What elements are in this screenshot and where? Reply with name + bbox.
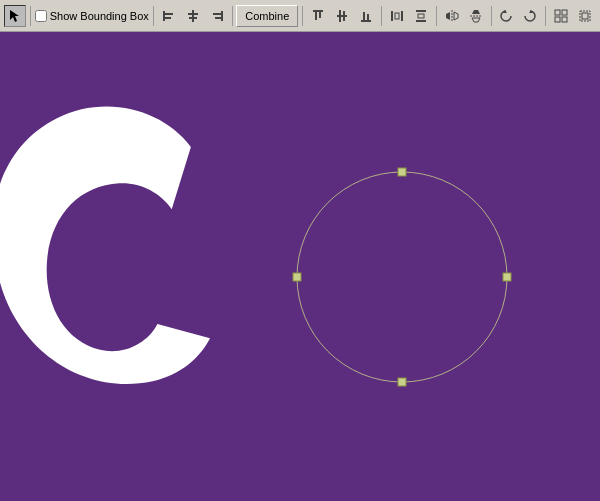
group-icon [554,9,568,23]
svg-rect-11 [315,12,317,20]
align-center-icon [186,9,200,23]
svg-rect-5 [188,13,198,15]
flip-h-icon [445,9,459,23]
align-right-icon [210,9,224,23]
circle-svg [292,167,512,387]
ungroup-icon [578,9,592,23]
toolbar: Show Bounding Box Combine [0,0,600,32]
align-bottom-icon [359,9,373,23]
svg-rect-22 [416,10,426,12]
svg-rect-1 [163,11,165,21]
group-button[interactable] [550,5,572,27]
circle-selection [292,167,512,387]
rotate-ccw-icon [499,9,513,23]
svg-rect-7 [221,11,223,21]
svg-rect-35 [555,17,560,22]
svg-rect-4 [192,10,194,22]
svg-rect-38 [582,13,588,19]
svg-rect-9 [215,17,221,19]
distribute-v-icon [414,9,428,23]
svg-rect-10 [313,10,323,12]
align-middle-button[interactable] [331,5,353,27]
svg-rect-13 [337,15,347,17]
handle-bottom[interactable] [398,378,406,386]
svg-rect-15 [343,11,345,21]
align-left-icon [162,9,176,23]
svg-marker-29 [472,10,480,14]
ungroup-button[interactable] [574,5,596,27]
align-center-h-button[interactable] [182,5,204,27]
svg-rect-3 [165,17,171,19]
svg-marker-30 [472,18,480,22]
separator-5 [381,6,382,26]
separator-6 [436,6,437,26]
show-bounding-box-label[interactable]: Show Bounding Box [35,10,149,22]
letter-c-shape [0,82,210,432]
show-bounding-box-checkbox[interactable] [35,10,47,22]
distribute-h-button[interactable] [386,5,408,27]
select-arrow-icon [8,9,22,23]
svg-rect-34 [562,10,567,15]
distribute-v-button[interactable] [410,5,432,27]
svg-marker-0 [10,10,19,22]
svg-rect-20 [401,11,403,21]
show-bounding-box-text: Show Bounding Box [50,10,149,22]
align-right-button[interactable] [206,5,228,27]
canvas [0,32,600,501]
svg-rect-33 [555,10,560,15]
separator-7 [491,6,492,26]
separator-4 [302,6,303,26]
separator-2 [153,6,154,26]
svg-marker-26 [446,12,450,20]
handle-top[interactable] [398,168,406,176]
combine-button[interactable]: Combine [236,5,298,27]
rotate-cw-icon [523,9,537,23]
svg-rect-18 [367,14,369,20]
handle-left[interactable] [293,273,301,281]
svg-rect-24 [418,14,424,18]
select-tool-button[interactable] [4,5,26,27]
svg-rect-23 [416,20,426,22]
rotate-cw-button[interactable] [519,5,541,27]
flip-h-button[interactable] [441,5,463,27]
circle-path [297,172,507,382]
separator-3 [232,6,233,26]
align-bottom-button[interactable] [355,5,377,27]
svg-rect-12 [319,12,321,18]
svg-rect-14 [339,10,341,22]
svg-rect-8 [213,13,221,15]
svg-rect-16 [361,20,371,22]
svg-rect-6 [189,17,197,19]
separator-8 [545,6,546,26]
align-middle-icon [335,9,349,23]
svg-marker-27 [454,12,458,20]
align-top-button[interactable] [307,5,329,27]
handle-right[interactable] [503,273,511,281]
svg-rect-21 [395,13,399,19]
align-top-icon [311,9,325,23]
svg-rect-17 [363,12,365,20]
rotate-ccw-button[interactable] [495,5,517,27]
svg-rect-2 [165,13,173,15]
flip-v-button[interactable] [465,5,487,27]
align-left-button[interactable] [158,5,180,27]
svg-rect-19 [391,11,393,21]
distribute-h-icon [390,9,404,23]
separator-1 [30,6,31,26]
flip-v-icon [469,9,483,23]
svg-rect-36 [562,17,567,22]
